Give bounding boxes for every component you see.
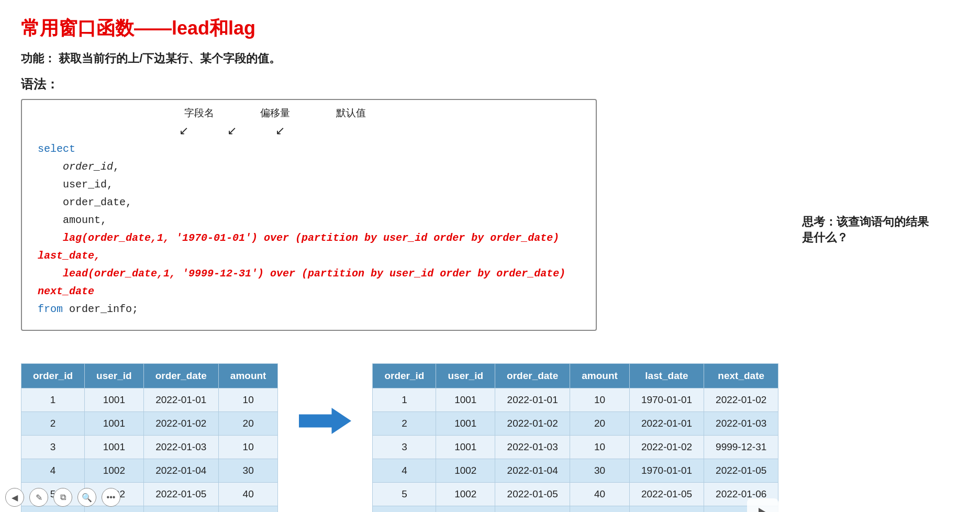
tables-container: order_id user_id order_date amount 11001…	[21, 363, 959, 512]
annotation-field: 字段名	[184, 106, 214, 120]
right-col-user_id: user_id	[436, 364, 495, 388]
right-table-row: 110012022-01-01101970-01-012022-01-02	[373, 388, 778, 412]
left-table-cell-r5-c1: 1002	[85, 506, 144, 513]
right-table-row: 510022022-01-05402022-01-052022-01-06	[373, 483, 778, 506]
more-button[interactable]: •••	[102, 488, 120, 507]
left-table-row: 610022022-01-0620	[21, 506, 278, 513]
arrow2: ↙	[227, 124, 237, 138]
left-table-cell-r1-c2: 2022-01-02	[143, 412, 218, 436]
left-table-cell-r0-c3: 10	[218, 388, 278, 412]
right-table-row: 210012022-01-02202022-01-012022-01-03	[373, 412, 778, 436]
thought-label: 思考：	[802, 215, 837, 228]
prev-button[interactable]: ◀	[5, 488, 24, 507]
right-table: order_id user_id order_date amount last_…	[372, 363, 778, 512]
right-table-cell-r1-c5: 2022-01-03	[704, 412, 778, 436]
left-table-cell-r0-c2: 2022-01-01	[143, 388, 218, 412]
right-arrow-icon	[299, 405, 351, 437]
right-table-cell-r2-c3: 10	[570, 436, 630, 459]
zoom-button[interactable]: 🔍	[77, 488, 96, 507]
bottom-toolbar: ◀ ✎ ⧉ 🔍 •••	[5, 488, 120, 507]
right-col-last_date: last_date	[629, 364, 704, 388]
right-table-cell-r1-c4: 2022-01-01	[629, 412, 704, 436]
left-table-cell-r5-c3: 20	[218, 506, 278, 513]
page-title: 常用窗口函数——lead和lag	[21, 16, 959, 41]
right-table-cell-r1-c3: 20	[570, 412, 630, 436]
arrow3: ↙	[275, 124, 285, 138]
svg-marker-0	[299, 408, 351, 434]
right-table-cell-r4-c3: 40	[570, 483, 630, 506]
svg-marker-1	[759, 508, 769, 512]
left-table-cell-r5-c0: 6	[21, 506, 85, 513]
left-table-row: 410022022-01-0430	[21, 459, 278, 483]
thought-box: 思考：该查询语句的结果是什么？	[802, 214, 938, 246]
right-table-cell-r3-c0: 4	[373, 459, 436, 483]
arrow1: ↙	[179, 124, 188, 138]
left-table-cell-r3-c2: 2022-01-04	[143, 459, 218, 483]
right-table-cell-r0-c5: 2022-01-02	[704, 388, 778, 412]
right-table-row: 310012022-01-03102022-01-029999-12-31	[373, 436, 778, 459]
right-table-row: 610022022-01-06202022-01-069999-12-31	[373, 506, 778, 513]
right-table-cell-r0-c4: 1970-01-01	[629, 388, 704, 412]
right-table-cell-r0-c1: 1001	[436, 388, 495, 412]
right-table-cell-r1-c2: 2022-01-02	[495, 412, 570, 436]
right-table-cell-r5-c3: 20	[570, 506, 630, 513]
right-table-cell-r4-c2: 2022-01-05	[495, 483, 570, 506]
left-table-cell-r0-c0: 1	[21, 388, 85, 412]
feature-label: 功能：	[21, 52, 55, 65]
left-table-cell-r3-c3: 30	[218, 459, 278, 483]
right-table-cell-r4-c0: 5	[373, 483, 436, 506]
right-table-cell-r0-c3: 10	[570, 388, 630, 412]
copy-button[interactable]: ⧉	[53, 488, 72, 507]
play-button-overlay[interactable]	[747, 498, 778, 512]
right-table-cell-r3-c3: 30	[570, 459, 630, 483]
right-col-order_date: order_date	[495, 364, 570, 388]
left-table-cell-r2-c3: 10	[218, 436, 278, 459]
left-table-cell-r2-c1: 1001	[85, 436, 144, 459]
right-table-cell-r4-c4: 2022-01-05	[629, 483, 704, 506]
right-table-cell-r2-c5: 9999-12-31	[704, 436, 778, 459]
right-table-cell-r4-c1: 1002	[436, 483, 495, 506]
left-table-row: 110012022-01-0110	[21, 388, 278, 412]
syntax-label: 语法：	[21, 76, 959, 93]
right-table-cell-r3-c4: 1970-01-01	[629, 459, 704, 483]
left-table-cell-r1-c1: 1001	[85, 412, 144, 436]
right-table-cell-r3-c2: 2022-01-04	[495, 459, 570, 483]
feature-text: 获取当前行的上/下边某行、某个字段的值。	[59, 52, 281, 65]
left-table-cell-r3-c0: 4	[21, 459, 85, 483]
right-table-cell-r1-c0: 2	[373, 412, 436, 436]
right-table-cell-r5-c0: 6	[373, 506, 436, 513]
left-table-cell-r1-c3: 20	[218, 412, 278, 436]
left-table-cell-r1-c0: 2	[21, 412, 85, 436]
right-table-cell-r2-c0: 3	[373, 436, 436, 459]
left-col-order_id: order_id	[21, 364, 85, 388]
right-table-row: 410022022-01-04301970-01-012022-01-05	[373, 459, 778, 483]
left-table-cell-r2-c0: 3	[21, 436, 85, 459]
left-col-user_id: user_id	[85, 364, 144, 388]
right-table-cell-r3-c1: 1002	[436, 459, 495, 483]
right-table-cell-r0-c2: 2022-01-01	[495, 388, 570, 412]
right-table-cell-r2-c2: 2022-01-03	[495, 436, 570, 459]
feature-line: 功能： 获取当前行的上/下边某行、某个字段的值。	[21, 51, 959, 66]
right-table-cell-r5-c4: 2022-01-06	[629, 506, 704, 513]
left-table-cell-r4-c2: 2022-01-05	[143, 483, 218, 506]
right-table-cell-r5-c1: 1002	[436, 506, 495, 513]
right-table-container: order_id user_id order_date amount last_…	[372, 363, 778, 512]
annotation-default: 默认值	[336, 106, 366, 120]
right-table-cell-r2-c1: 1001	[436, 436, 495, 459]
left-table-cell-r4-c3: 40	[218, 483, 278, 506]
code-box: 字段名 偏移量 默认值 ↙ ↙ ↙ select order_id, user_…	[21, 99, 597, 331]
left-table-cell-r2-c2: 2022-01-03	[143, 436, 218, 459]
left-table-cell-r3-c1: 1002	[85, 459, 144, 483]
right-col-amount: amount	[570, 364, 630, 388]
right-table-cell-r5-c2: 2022-01-06	[495, 506, 570, 513]
left-col-amount: amount	[218, 364, 278, 388]
annotation-offset: 偏移量	[260, 106, 290, 120]
code-content: select order_id, user_id, order_date, am…	[38, 140, 580, 318]
right-col-order_id: order_id	[373, 364, 436, 388]
left-table-row: 210012022-01-0220	[21, 412, 278, 436]
right-table-cell-r3-c5: 2022-01-05	[704, 459, 778, 483]
right-col-next_date: next_date	[704, 364, 778, 388]
edit-button[interactable]: ✎	[29, 488, 48, 507]
right-table-cell-r0-c0: 1	[373, 388, 436, 412]
left-col-order_date: order_date	[143, 364, 218, 388]
